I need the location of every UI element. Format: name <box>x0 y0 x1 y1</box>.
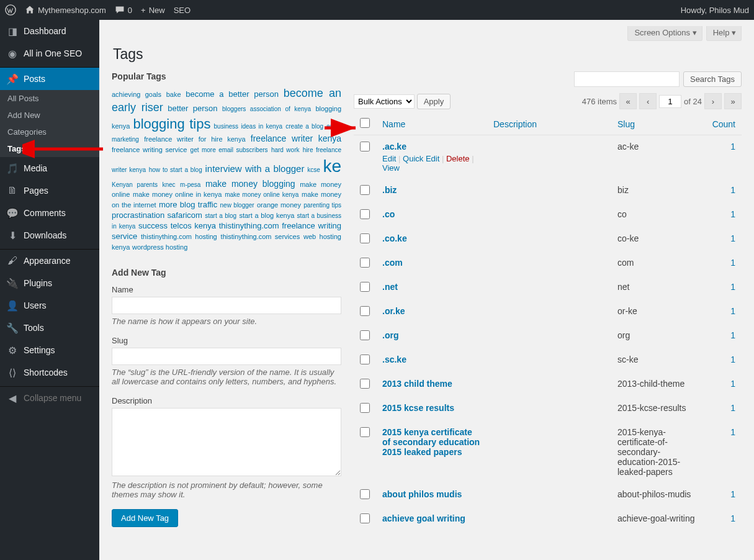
tag-count-link[interactable]: 1 <box>730 403 735 413</box>
submenu-categories[interactable]: Categories <box>0 124 99 140</box>
row-action-delete[interactable]: Delete <box>446 154 470 163</box>
row-checkbox[interactable] <box>360 142 370 151</box>
menu-pages[interactable]: 🗎Pages <box>0 179 99 202</box>
tag-name-link[interactable]: .org <box>382 330 398 340</box>
menu-posts[interactable]: 📌Posts <box>0 68 99 90</box>
menu-media[interactable]: 🎵Media <box>0 157 99 179</box>
menu-shortcodes[interactable]: ⟨⟩Shortcodes <box>0 361 99 384</box>
tag-slug-input[interactable] <box>112 348 341 365</box>
tag-count-link[interactable]: 1 <box>730 427 735 437</box>
tagcloud-link[interactable]: better person <box>168 104 217 113</box>
tag-count-link[interactable]: 1 <box>730 258 735 268</box>
tag-count-link[interactable]: 1 <box>730 233 735 243</box>
tagcloud-link[interactable]: business ideas in kenya <box>214 123 283 130</box>
tagcloud-link[interactable]: start a blog kenya <box>239 212 294 219</box>
tagcloud-link[interactable]: freelance writer for hire kenya <box>144 135 245 143</box>
menu-appearance[interactable]: 🖌Appearance <box>0 250 99 272</box>
tagcloud-link[interactable]: create a blog <box>285 123 323 130</box>
tagcloud-link[interactable]: freelance writer kenya <box>251 133 341 143</box>
menu-tools[interactable]: 🔧Tools <box>0 317 99 339</box>
submenu-tags[interactable]: Tags <box>0 140 99 157</box>
tag-name-link[interactable]: about philos mudis <box>382 489 462 499</box>
tagcloud-link[interactable]: knec <box>162 181 175 188</box>
tagcloud-link[interactable]: more blog traffic <box>159 200 217 209</box>
row-action-quick-edit[interactable]: Quick Edit <box>403 154 439 163</box>
row-checkbox[interactable] <box>360 403 370 413</box>
tag-name-link[interactable]: .sc.ke <box>382 355 406 364</box>
tag-count-link[interactable]: 1 <box>730 185 735 195</box>
comments-link[interactable]: 0 <box>115 5 132 15</box>
current-page-input[interactable] <box>659 95 681 108</box>
row-checkbox[interactable] <box>360 355 370 364</box>
tag-name-link[interactable]: .co.ke <box>382 233 407 243</box>
menu-aioseo[interactable]: ◉All in One SEO <box>0 42 99 65</box>
tagcloud-link[interactable]: m-pesa <box>180 181 200 188</box>
row-action-edit[interactable]: Edit <box>382 154 396 163</box>
collapse-menu[interactable]: ◀Collapse menu <box>0 387 99 409</box>
tag-count-link[interactable]: 1 <box>730 209 735 219</box>
tag-name-link[interactable]: .ac.ke <box>382 142 406 151</box>
tagcloud-link[interactable]: blogging tips <box>133 116 210 132</box>
tagcloud-link[interactable]: bloggers association of kenya <box>222 106 311 112</box>
tagcloud-link[interactable]: Kenyan parents <box>112 181 158 188</box>
tag-name-link[interactable]: .biz <box>382 185 397 195</box>
tag-count-link[interactable]: 1 <box>730 489 735 499</box>
tagcloud-link[interactable]: kcse <box>307 166 320 173</box>
tagcloud-link[interactable]: start a blog <box>205 212 236 219</box>
apply-bulk-button[interactable]: Apply <box>417 94 451 109</box>
tag-name-link[interactable]: .com <box>382 258 403 268</box>
menu-users[interactable]: 👤Users <box>0 294 99 317</box>
tagcloud-link[interactable]: parenting tips <box>303 202 341 209</box>
submenu-all-posts[interactable]: All Posts <box>0 90 99 107</box>
tagcloud-link[interactable]: make money online kenya <box>225 191 298 198</box>
tagcloud-link[interactable]: procrastination <box>112 210 164 220</box>
row-checkbox[interactable] <box>360 185 370 195</box>
tagcloud-link[interactable]: telcos kenya <box>171 221 216 230</box>
tag-name-link[interactable]: achieve goal writing <box>382 513 465 523</box>
add-new-tag-button[interactable]: Add New Tag <box>112 509 178 527</box>
tagcloud-link[interactable]: new blogger <box>220 202 254 209</box>
site-name[interactable]: Mythemeshop.com <box>25 5 106 15</box>
tagcloud-link[interactable]: interview with a blogger <box>205 163 304 174</box>
prev-page-button[interactable]: ‹ <box>639 93 657 109</box>
tagcloud-link[interactable]: thistinything.com hosting <box>141 233 217 240</box>
tag-name-link[interactable]: 2015 kenya certificate of secondary educ… <box>382 427 480 457</box>
column-name[interactable]: Name <box>376 113 487 135</box>
tag-count-link[interactable]: 1 <box>730 330 735 340</box>
row-checkbox[interactable] <box>360 209 370 219</box>
search-tags-button[interactable]: Search Tags <box>683 71 742 87</box>
help-toggle[interactable]: Help ▾ <box>706 26 742 41</box>
screen-options-toggle[interactable]: Screen Options ▾ <box>627 26 702 41</box>
tag-count-link[interactable]: 1 <box>730 282 735 292</box>
tag-name-link[interactable]: 2013 child theme <box>382 379 452 389</box>
row-checkbox[interactable] <box>360 282 370 292</box>
tag-name-link[interactable]: .co <box>382 209 395 219</box>
tagcloud-link[interactable]: make money online in kenya <box>133 191 222 198</box>
next-page-button[interactable]: › <box>704 93 722 109</box>
tagcloud-link[interactable]: become a better person <box>186 89 279 99</box>
tagcloud-link[interactable]: make money blogging <box>205 179 295 189</box>
tag-name-link[interactable]: .or.ke <box>382 306 405 316</box>
tag-name-link[interactable]: 2015 kcse results <box>382 403 454 413</box>
last-page-button[interactable]: » <box>724 93 742 109</box>
tagcloud-link[interactable]: bake <box>166 91 181 98</box>
tag-name-input[interactable] <box>112 297 341 314</box>
tagcloud-link[interactable]: thistinything.com services <box>221 233 300 240</box>
tag-count-link[interactable]: 1 <box>730 513 735 523</box>
menu-settings[interactable]: ⚙Settings <box>0 339 99 361</box>
row-checkbox[interactable] <box>360 513 370 523</box>
tagcloud-link[interactable]: freelance writing service <box>112 146 187 153</box>
tagcloud-link[interactable]: ke <box>323 156 341 176</box>
column-slug[interactable]: Slug <box>611 113 704 135</box>
new-content[interactable]: + New <box>141 6 165 15</box>
row-checkbox[interactable] <box>360 427 370 437</box>
tag-count-link[interactable]: 1 <box>730 142 735 151</box>
column-count[interactable]: Count <box>704 113 742 135</box>
row-checkbox[interactable] <box>360 258 370 268</box>
tagcloud-link[interactable]: success <box>138 221 168 230</box>
row-checkbox[interactable] <box>360 489 370 499</box>
howdy-account[interactable]: Howdy, Philos Mud <box>681 6 749 15</box>
menu-downloads[interactable]: ⬇Downloads <box>0 224 99 246</box>
bulk-action-select[interactable]: Bulk Actions <box>354 94 415 109</box>
tag-search-input[interactable] <box>574 71 680 87</box>
